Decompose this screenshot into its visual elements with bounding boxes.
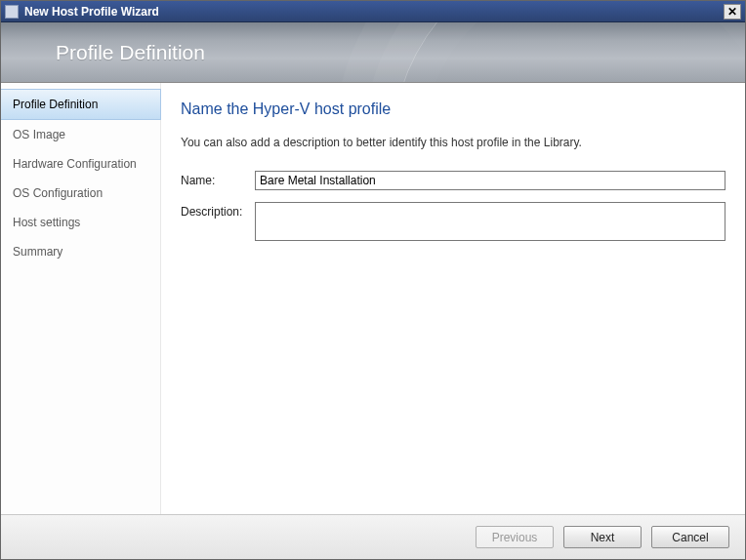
titlebar: New Host Profile Wizard ✕ [1, 1, 745, 22]
form-row-description: Description: [181, 202, 725, 241]
sidebar-item-label: Profile Definition [13, 98, 98, 111]
close-icon: ✕ [727, 6, 737, 18]
description-input[interactable] [255, 202, 725, 241]
sidebar-item-host-settings[interactable]: Host settings [1, 208, 160, 237]
window-title: New Host Profile Wizard [24, 5, 724, 19]
sidebar-item-summary[interactable]: Summary [1, 237, 160, 266]
header-title: Profile Definition [56, 41, 205, 64]
sidebar-item-label: Summary [13, 245, 62, 259]
page-subtext: You can also add a description to better… [181, 136, 725, 149]
body-area: Profile Definition OS Image Hardware Con… [1, 83, 745, 514]
sidebar-item-os-image[interactable]: OS Image [1, 120, 160, 149]
sidebar-item-label: Hardware Configuration [13, 157, 137, 171]
name-input[interactable] [255, 171, 725, 190]
sidebar-item-hardware-configuration[interactable]: Hardware Configuration [1, 149, 160, 179]
header-banner: Profile Definition [1, 22, 745, 83]
cancel-button[interactable]: Cancel [651, 526, 729, 548]
sidebar-item-os-configuration[interactable]: OS Configuration [1, 179, 160, 208]
app-icon [5, 5, 19, 19]
sidebar-item-label: OS Image [13, 128, 65, 141]
previous-button: Previous [476, 526, 554, 548]
name-label: Name: [181, 171, 255, 187]
sidebar-item-label: Host settings [13, 216, 80, 229]
description-label: Description: [181, 202, 255, 219]
close-button[interactable]: ✕ [724, 4, 741, 20]
main-content: Name the Hyper-V host profile You can al… [161, 83, 745, 514]
sidebar-item-label: OS Configuration [13, 186, 103, 200]
footer: Previous Next Cancel [1, 514, 745, 559]
sidebar: Profile Definition OS Image Hardware Con… [1, 83, 161, 514]
next-button[interactable]: Next [563, 526, 642, 548]
form-row-name: Name: [181, 171, 725, 190]
sidebar-item-profile-definition[interactable]: Profile Definition [1, 89, 161, 120]
page-heading: Name the Hyper-V host profile [181, 100, 725, 118]
